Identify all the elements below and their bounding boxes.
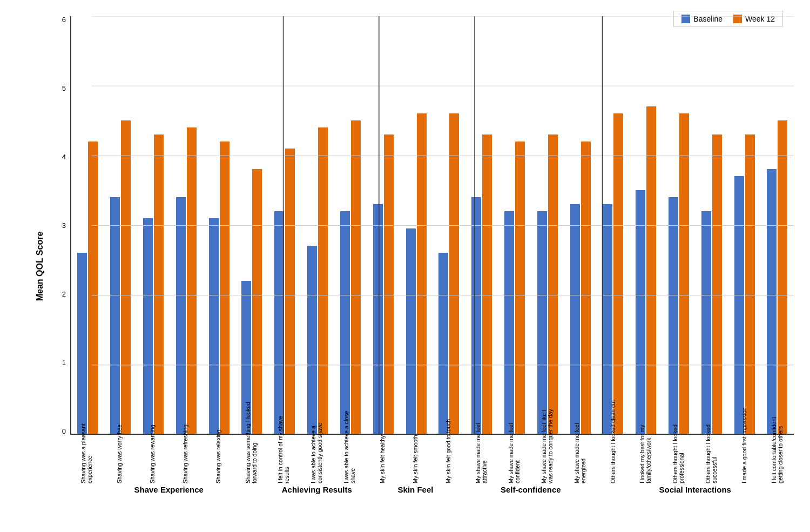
x-label: I made a good first impression [728,397,761,483]
y-tick-6: 6 [49,16,70,23]
bar-group [663,16,696,434]
x-label: Shaving was rewarding [136,397,169,483]
category-groups [70,16,794,435]
y-tick-3: 3 [49,222,70,229]
bar-week12 [88,142,98,434]
x-label: Shaving was a pleasant experience [70,397,103,483]
y-tick-1: 1 [49,359,70,366]
bar-baseline [734,176,744,434]
y-axis-label: Mean QOL Score [35,231,45,301]
bar-group [433,16,465,434]
x-label: Others thought I looked professional [662,397,695,483]
bar-group [564,16,597,434]
bar-week12 [252,169,262,434]
bar-week12 [187,127,197,434]
x-labels-row: Shaving was a pleasant experienceShaving… [70,397,794,483]
bar-week12 [417,113,427,434]
bar-group [498,16,531,434]
x-label: I felt in control of my shave results [267,397,300,483]
bar-week12 [679,113,689,434]
category-label: Achieving Results [267,484,366,495]
x-label: Shaving was relaxing [202,397,235,483]
x-label: Shaving was refreshing [169,397,202,483]
bar-group [761,16,794,434]
x-label: My skin felt good to touch [432,397,465,483]
bar-week12 [449,113,459,434]
bar-baseline [767,169,777,434]
bar-week12 [581,142,591,434]
x-label: I looked my best for my family/others/wo… [629,397,662,483]
x-label: My shave made me feel attractive [465,397,498,483]
bar-group [400,16,433,434]
bar-group [268,16,301,434]
bar-group [367,16,400,434]
category-label: Shave Experience [70,484,267,495]
chart-container: Baseline Week 12 Mean QOL Score 0123456 … [0,0,810,532]
bar-group [465,16,498,434]
bar-group [695,16,728,434]
y-tick-2: 2 [49,291,70,298]
bar-group [235,16,268,434]
bar-week12 [154,134,164,434]
bar-group [71,16,104,434]
category-label: Social Interactions [597,484,794,495]
bar-group [104,16,137,434]
bar-group [170,16,202,434]
bar-group [531,16,564,434]
x-label: Shaving was worry free [103,397,136,483]
bar-week12 [482,134,492,434]
y-tick-0: 0 [49,428,70,435]
bar-group [597,16,630,434]
x-label: Others thought I looked successful [695,397,728,483]
y-axis-ticks: 0123456 [49,16,70,435]
x-label: My skin felt healthy [366,397,399,483]
bar-week12 [646,106,656,434]
bar-group [728,16,761,434]
x-label: I was able to achieve a close shave [333,397,366,483]
bar-week12 [548,134,558,434]
bar-week12 [778,120,787,434]
x-label: I felt comfortable/confident getting clo… [761,397,794,483]
x-label: Others thought I looked clean cut [597,397,630,483]
bar-week12 [712,134,722,434]
bar-week12 [318,127,328,434]
bar-group [334,16,367,434]
y-tick-5: 5 [49,85,70,92]
bar-week12 [384,134,394,434]
bar-group [630,16,663,434]
x-label: My shave made me feel energized [564,397,597,483]
bar-group [137,16,170,434]
bar-week12 [613,113,623,434]
y-tick-4: 4 [49,153,70,160]
bar-group [202,16,235,434]
x-label: Shaving was something I looked forward t… [235,397,268,483]
x-label: My shave made me feel confident [498,397,531,483]
x-label: I was able to achieve a consistently goo… [300,397,333,483]
x-label: My skin felt smooth [399,397,432,483]
bar-week12 [285,149,295,434]
bar-week12 [515,142,525,434]
bar-week12 [351,120,361,434]
category-labels-row: Shave ExperienceAchieving ResultsSkin Fe… [70,484,794,522]
bar-week12 [745,134,755,434]
bars-area [70,16,794,435]
x-label: My shave made me feel like I was ready t… [531,397,564,483]
bar-week12 [121,120,131,434]
category-label: Self-confidence [465,484,597,495]
category-label: Skin Feel [366,484,465,495]
bar-group [301,16,334,434]
chart-area: 0123456 [49,16,794,435]
bar-week12 [220,142,230,434]
